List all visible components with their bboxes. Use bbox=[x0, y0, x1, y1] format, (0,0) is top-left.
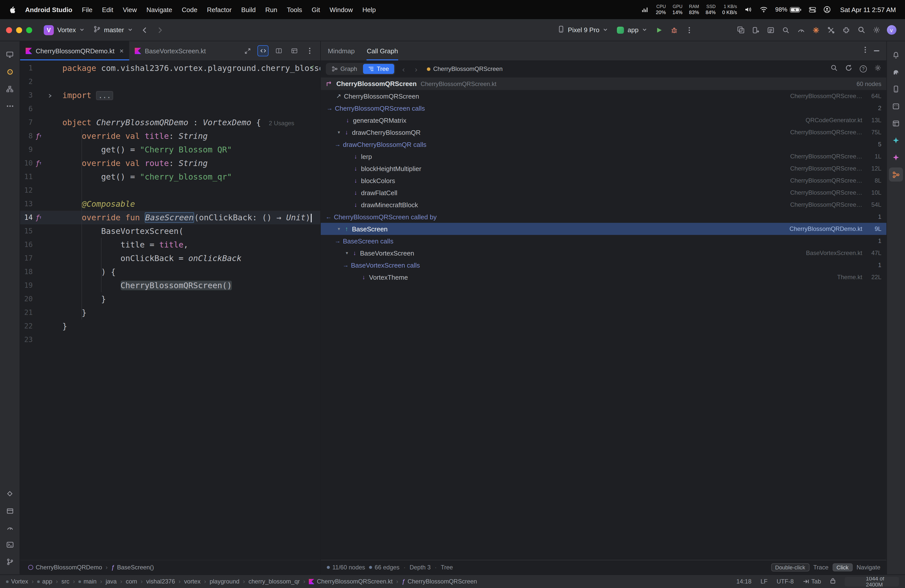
run-configuration-selector[interactable]: app bbox=[613, 24, 652, 36]
scope-chip[interactable]: CherryBlossomQRScreen bbox=[427, 65, 503, 72]
navigate-forward-icon[interactable] bbox=[152, 22, 167, 38]
control-center-icon[interactable] bbox=[809, 7, 816, 12]
logcat-icon[interactable] bbox=[763, 22, 778, 38]
callgraph-section-basevortexscreen-calls[interactable]: →BaseVortexScreen calls1 bbox=[321, 259, 886, 271]
layout-inspector-icon[interactable] bbox=[733, 22, 748, 38]
callgraph-node-generateqrmatrix[interactable]: ↓generateQRMatrixQRCodeGenerator.kt13L bbox=[321, 114, 886, 126]
panel-options-icon[interactable] bbox=[864, 46, 866, 55]
code-line-1[interactable]: 1package com.vishal2376.vortex.playgroun… bbox=[20, 61, 320, 75]
close-tab-icon[interactable]: × bbox=[120, 47, 124, 55]
indent-widget[interactable]: Tab bbox=[803, 578, 821, 585]
code-line-6[interactable]: 6 bbox=[20, 102, 320, 116]
expanded-chevron-icon[interactable]: ▾ bbox=[335, 130, 343, 135]
menu-item-help[interactable]: Help bbox=[362, 6, 376, 13]
callgraph-node-basevortexscreen[interactable]: ▾↓BaseVortexScreenBaseVortexScreen.kt47L bbox=[321, 247, 886, 259]
expanded-chevron-icon[interactable]: ▾ bbox=[335, 226, 343, 231]
fold-chevron-icon[interactable] bbox=[48, 89, 52, 102]
code-line-16[interactable]: 16 title = title, bbox=[20, 238, 320, 251]
path-segment-vortex[interactable]: Vortex bbox=[6, 578, 28, 585]
zoom-button[interactable] bbox=[26, 27, 32, 33]
code-line-7[interactable]: 7object CherryBlossomQRDemo : VortexDemo… bbox=[20, 116, 320, 129]
path-segment-cherry-blossom-qr[interactable]: cherry_blossom_qr bbox=[248, 578, 300, 585]
debug-button[interactable] bbox=[667, 22, 682, 38]
menubar-stat-gpu[interactable]: GPU14% bbox=[672, 4, 683, 15]
menu-item-navigate[interactable]: Navigate bbox=[146, 6, 172, 13]
volume-icon[interactable] bbox=[745, 6, 752, 13]
hide-panel-icon[interactable] bbox=[874, 50, 880, 51]
callgraph-section-cherryblossomqrscreen-called-by[interactable]: ←CherryBlossomQRScreen called by1 bbox=[321, 211, 886, 223]
structure-icon[interactable] bbox=[3, 82, 17, 96]
menu-item-code[interactable]: Code bbox=[182, 6, 197, 13]
call-graph-tool-icon[interactable] bbox=[889, 167, 903, 181]
code-view-toggle[interactable] bbox=[257, 45, 268, 56]
notifications-bell-icon[interactable] bbox=[889, 48, 903, 62]
path-segment-app[interactable]: app bbox=[37, 578, 52, 585]
editor-options-icon[interactable] bbox=[304, 45, 315, 56]
menu-item-refactor[interactable]: Refactor bbox=[207, 6, 232, 13]
tree-view-button[interactable]: Tree bbox=[363, 64, 394, 74]
callgraph-node-drawcherryblossomqr[interactable]: ▾↓drawCherryBlossomQRCherryBlossomQRScre… bbox=[321, 126, 886, 138]
path-segment-vortex[interactable]: vortex bbox=[184, 578, 200, 585]
device-mirroring-icon[interactable] bbox=[748, 22, 763, 38]
stats-graph-icon[interactable] bbox=[642, 6, 648, 13]
more-actions-icon[interactable] bbox=[682, 22, 697, 38]
callgraph-node-blockcolors[interactable]: ↓blockColorsCherryBlossomQRScree…8L bbox=[321, 175, 886, 187]
history-back-icon[interactable]: ‹ bbox=[400, 65, 408, 73]
menu-item-run[interactable]: Run bbox=[265, 6, 277, 13]
studio-bot-icon[interactable] bbox=[889, 150, 903, 164]
path-segment-java[interactable]: java bbox=[106, 578, 117, 585]
menubar-stat-cpu[interactable]: CPU20% bbox=[656, 4, 666, 15]
callgraph-node-drawflatcell[interactable]: ↓drawFlatCellCherryBlossomQRScree…10L bbox=[321, 187, 886, 199]
callgraph-node-drawminecraftblock[interactable]: ↓drawMinecraftBlockCherryBlossomQRScree…… bbox=[321, 199, 886, 211]
callgraph-node-vortextheme[interactable]: ↓VortexThemeTheme.kt22L bbox=[321, 271, 886, 283]
callgraph-node-basescreen[interactable]: ▾↑BaseScreenCherryBlossomQRDemo.kt9L bbox=[321, 223, 886, 235]
profiler-icon[interactable] bbox=[793, 22, 808, 38]
navigate-back-icon[interactable] bbox=[137, 22, 152, 38]
override-gutter-icon[interactable]: ƒ↑ bbox=[36, 133, 42, 139]
running-devices-icon[interactable] bbox=[3, 48, 17, 62]
path-segment-cherryblossomqrscreen-kt[interactable]: CherryBlossomQRScreen.kt bbox=[309, 578, 393, 585]
panel-settings-icon[interactable] bbox=[874, 64, 881, 73]
search-everywhere-icon[interactable] bbox=[854, 22, 869, 38]
menu-item-view[interactable]: View bbox=[123, 6, 137, 13]
override-gutter-icon[interactable]: ƒ↑ bbox=[36, 160, 42, 167]
callgraph-section-basescreen-calls[interactable]: →BaseScreen calls1 bbox=[321, 235, 886, 247]
vcs-branch-widget[interactable]: master bbox=[89, 23, 137, 37]
apple-menu-icon[interactable] bbox=[9, 6, 16, 13]
profiler-tool-icon[interactable] bbox=[3, 521, 17, 535]
menu-item-tools[interactable]: Tools bbox=[287, 6, 302, 13]
menu-item-git[interactable]: Git bbox=[312, 6, 320, 13]
editor-tab-cherryblossomqrdemo-kt[interactable]: CherryBlossomQRDemo.kt× bbox=[20, 41, 129, 60]
code-line-15[interactable]: 15 BaseVortexScreen( bbox=[20, 224, 320, 238]
design-view-toggle[interactable] bbox=[289, 45, 300, 56]
path-segment-playground[interactable]: playground bbox=[210, 578, 240, 585]
device-explorer-icon[interactable] bbox=[3, 504, 17, 518]
code-line-18[interactable]: 18 ) { bbox=[20, 265, 320, 279]
project-widget[interactable]: V Vortex bbox=[39, 22, 89, 38]
more-tool-windows-icon[interactable] bbox=[3, 99, 17, 113]
callgraph-section-cherryblossomqrscreen-calls[interactable]: →CherryBlossomQRScreen calls2 bbox=[321, 102, 886, 114]
menu-item-file[interactable]: File bbox=[82, 6, 92, 13]
firebase-spark-icon[interactable] bbox=[808, 22, 824, 38]
plugins-icon[interactable] bbox=[838, 22, 854, 38]
code-editor[interactable]: 1package com.vishal2376.vortex.playgroun… bbox=[20, 60, 320, 560]
menu-item-window[interactable]: Window bbox=[330, 6, 353, 13]
tab-mindmap[interactable]: Mindmap bbox=[328, 41, 355, 60]
tab-call-graph[interactable]: Call Graph bbox=[367, 41, 398, 60]
menu-item-build[interactable]: Build bbox=[241, 6, 256, 13]
code-line-10[interactable]: 10ƒ↑ override val route: String bbox=[20, 156, 320, 170]
device-manager-icon[interactable] bbox=[889, 82, 903, 96]
menubar-stat-1-kb-s[interactable]: 1 KB/s0 KB/s bbox=[722, 4, 737, 15]
code-line-21[interactable]: 21 } bbox=[20, 306, 320, 319]
code-line-9[interactable]: 9 get() = "Cherry Blossom QR" bbox=[20, 143, 320, 156]
code-line-14[interactable]: 14ƒ↑ override fun BaseScreen(onClickBack… bbox=[20, 211, 320, 224]
readonly-lock-icon[interactable] bbox=[830, 577, 836, 585]
path-segment-main[interactable]: main bbox=[78, 578, 97, 585]
device-selector[interactable]: Pixel 9 Pro bbox=[554, 23, 613, 37]
code-line-22[interactable]: 22} bbox=[20, 319, 320, 333]
minimize-button[interactable] bbox=[16, 27, 22, 33]
inspections-widget[interactable]: ✓ bbox=[310, 63, 314, 70]
expanded-chevron-icon[interactable]: ▾ bbox=[343, 251, 351, 256]
emulator-icon[interactable] bbox=[889, 99, 903, 113]
code-line-23[interactable]: 23 bbox=[20, 333, 320, 346]
